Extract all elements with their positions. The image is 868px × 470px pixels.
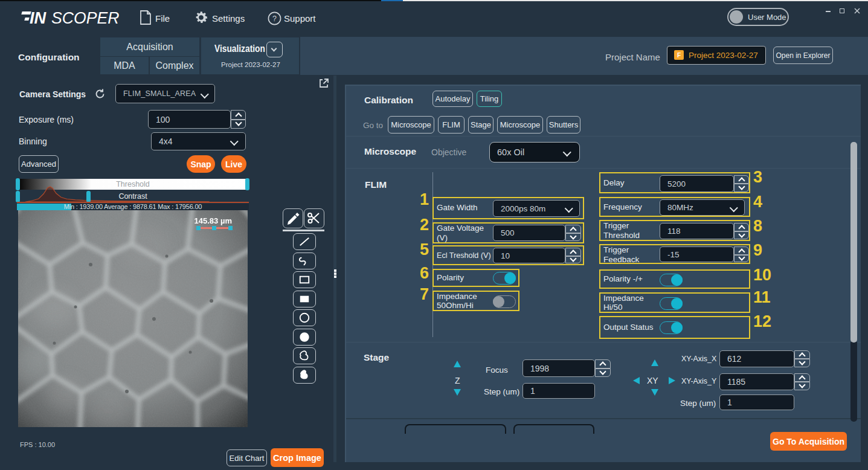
svg-text:?: ? <box>272 14 277 23</box>
